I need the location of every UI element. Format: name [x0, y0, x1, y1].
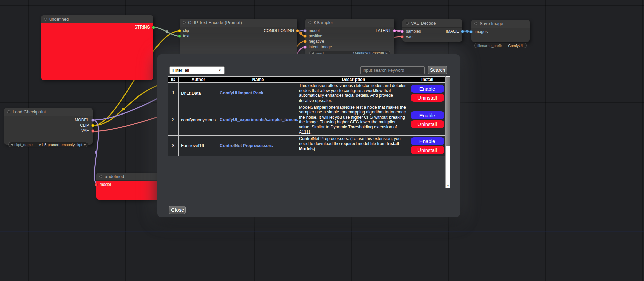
extension-description: This extension offers various detector n… — [298, 83, 409, 104]
input-slot-model[interactable]: model — [308, 28, 320, 33]
extension-id: 3 — [168, 136, 179, 156]
node-body: STRING — [41, 23, 153, 80]
node-load-checkpoint[interactable]: Load Checkpoint MODEL CLIP VAE ◀ ckpt_na… — [4, 108, 93, 145]
slot-dot[interactable] — [178, 35, 181, 38]
extension-author: Dr.Lt.Data — [179, 83, 218, 104]
filename-prefix-widget[interactable]: filename_prefix ComfyUI — [474, 43, 527, 48]
extension-link[interactable]: ComfyUI Impact Pack — [220, 91, 263, 95]
node-title: CLIP Text Encode (Prompt) — [188, 20, 242, 25]
slot-dot[interactable] — [152, 26, 155, 29]
collapse-dot-icon[interactable] — [308, 21, 311, 24]
collapse-dot-icon[interactable] — [183, 21, 186, 24]
slot-dot[interactable] — [178, 29, 181, 32]
comfyui-canvas[interactable]: { "colors": { "node_error": "#fa1325", "… — [0, 0, 644, 281]
collapse-dot-icon[interactable] — [7, 110, 10, 113]
input-slot-negative[interactable]: negative — [308, 39, 324, 44]
collapse-dot-icon[interactable] — [44, 18, 47, 21]
output-slot-image[interactable]: IMAGE — [446, 29, 460, 34]
input-slot-text[interactable]: text — [182, 34, 189, 38]
node-header[interactable]: CLIP Text Encode (Prompt) — [180, 19, 297, 27]
input-slot-positive[interactable]: positive — [308, 34, 323, 38]
slot-dot[interactable] — [401, 35, 404, 38]
uninstall-button[interactable]: Uninstall — [411, 94, 444, 102]
extension-install-cell: EnableUninstall — [409, 136, 446, 156]
widget-decrement-icon[interactable]: ◀ — [11, 143, 13, 146]
collapse-dot-icon[interactable] — [474, 22, 477, 25]
header-id: ID — [168, 77, 179, 83]
node-header[interactable]: undefined — [41, 15, 153, 23]
slot-dot[interactable] — [461, 30, 464, 33]
node-header[interactable]: VAE Decode — [402, 19, 462, 28]
extension-install-cell: EnableUninstall — [409, 104, 446, 136]
node-header[interactable]: Save Image — [471, 20, 530, 28]
output-slot-model[interactable]: MODEL — [75, 118, 90, 122]
extension-link[interactable]: ControlNet Preprocessors — [220, 143, 273, 148]
uninstall-button[interactable]: Uninstall — [411, 146, 444, 154]
output-slot-string[interactable]: STRING — [135, 25, 151, 30]
scrollbar-down-icon[interactable]: ▼ — [446, 183, 450, 188]
slot-dot[interactable] — [95, 183, 98, 186]
slot-dot[interactable] — [303, 35, 307, 38]
node-undefined-top[interactable]: undefined STRING — [41, 15, 153, 80]
filter-select[interactable]: Filter: all ▼ — [169, 66, 225, 74]
output-slot-conditioning[interactable]: CONDITIONING — [264, 28, 295, 33]
slot-dot[interactable] — [303, 29, 307, 32]
extension-description: ControlNet Preprocessors. (To use this e… — [298, 136, 409, 156]
extension-author: Fannovel16 — [179, 136, 218, 156]
node-title: Load Checkpoint — [13, 109, 46, 115]
output-slot-latent[interactable]: LATENT — [376, 28, 392, 33]
search-input[interactable] — [360, 66, 425, 74]
node-header[interactable]: KSampler — [305, 19, 394, 27]
extension-row: 3Fannovel16ControlNet PreprocessorsContr… — [168, 136, 446, 156]
slot-dot[interactable] — [401, 30, 404, 33]
input-slot-images[interactable]: images — [474, 29, 488, 34]
enable-button[interactable]: Enable — [411, 111, 444, 119]
extension-name-cell: ControlNet Preprocessors — [218, 136, 298, 156]
slot-dot[interactable] — [91, 129, 94, 133]
enable-button[interactable]: Enable — [411, 85, 444, 93]
extension-description: ModelSamplerTonemapNoiseTest a node that… — [298, 104, 409, 136]
scrollbar-thumb[interactable] — [446, 77, 450, 146]
slot-dot[interactable] — [296, 29, 299, 32]
close-button[interactable]: Close — [169, 206, 186, 214]
node-title: undefined — [49, 17, 69, 22]
input-slot-samples[interactable]: samples — [405, 29, 421, 34]
extension-install-cell: EnableUninstall — [409, 83, 446, 104]
slot-dot[interactable] — [393, 29, 396, 32]
custom-nodes-manager-dialog: Filter: all ▼ Search ID Author Name Desc… — [157, 54, 460, 217]
extension-id: 2 — [168, 104, 179, 136]
input-slot-model[interactable]: model — [99, 182, 111, 187]
node-body: MODEL CLIP VAE ◀ ckpt_name v1-5-pruned-e… — [4, 116, 93, 145]
slot-dot[interactable] — [91, 119, 94, 122]
slot-dot[interactable] — [469, 30, 473, 33]
ckpt-name-widget[interactable]: ◀ ckpt_name v1-5-pruned-emaonly.ckpt ▶ — [8, 142, 88, 147]
enable-button[interactable]: Enable — [411, 137, 444, 145]
extensions-table-body: 1Dr.Lt.DataComfyUI Impact PackThis exten… — [168, 83, 446, 156]
input-slot-clip[interactable]: clip — [182, 28, 189, 33]
extension-link[interactable]: ComfyUI_experiments/sampler_tonemap — [220, 117, 298, 122]
extension-row: 1Dr.Lt.DataComfyUI Impact PackThis exten… — [168, 83, 446, 104]
extensions-table: ID Author Name Description Install 1Dr.L… — [168, 76, 450, 188]
widget-increment-icon[interactable]: ▶ — [84, 143, 86, 146]
header-description: Description — [298, 77, 409, 83]
search-button[interactable]: Search — [428, 66, 447, 74]
node-vae-decode[interactable]: VAE Decode samples IMAGE vae — [402, 19, 462, 42]
input-slot-latent-image[interactable]: latent_image — [308, 45, 332, 49]
table-scrollbar[interactable]: ▼ — [445, 76, 450, 188]
slot-dot[interactable] — [303, 46, 307, 49]
input-slot-vae[interactable]: vae — [405, 34, 412, 39]
output-slot-clip[interactable]: CLIP — [80, 123, 90, 128]
collapse-dot-icon[interactable] — [406, 22, 409, 25]
extension-author: comfyanonymous — [179, 104, 218, 136]
chevron-down-icon: ▼ — [218, 69, 221, 72]
output-slot-vae[interactable]: VAE — [81, 128, 90, 133]
slot-dot[interactable] — [91, 124, 94, 127]
node-title: VAE Decode — [411, 21, 436, 26]
collapse-dot-icon[interactable] — [99, 175, 102, 178]
node-body: samples IMAGE vae — [402, 28, 462, 42]
node-header[interactable]: Load Checkpoint — [4, 108, 93, 116]
slot-dot[interactable] — [303, 40, 307, 43]
filter-select-label: Filter: all — [172, 68, 189, 73]
uninstall-button[interactable]: Uninstall — [411, 120, 444, 128]
node-save-image[interactable]: Save Image images filename_prefix ComfyU… — [471, 20, 530, 42]
